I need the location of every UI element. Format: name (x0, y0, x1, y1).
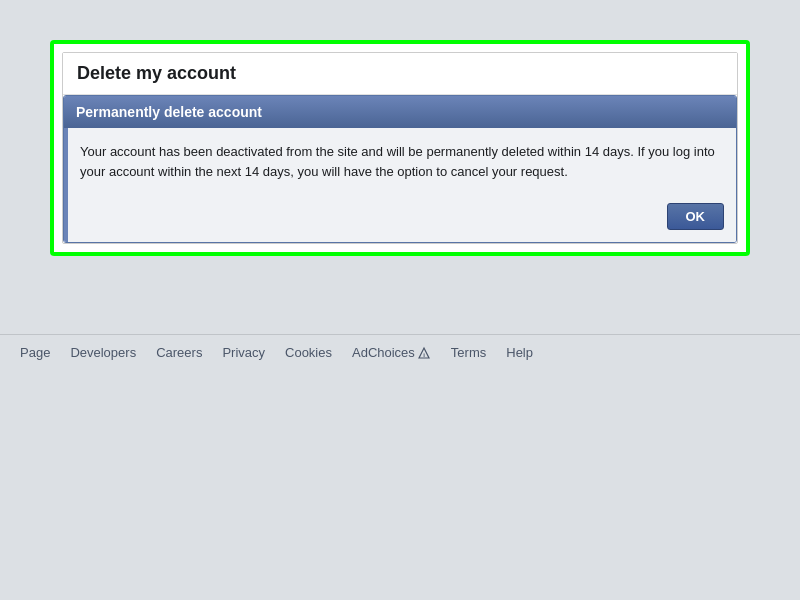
dialog-header: Permanently delete account (64, 96, 736, 128)
inner-dialog: Permanently delete account Your account … (63, 95, 737, 243)
delete-account-panel: Delete my account Permanently delete acc… (62, 52, 738, 244)
footer-link-adchoices[interactable]: AdChoices i (352, 345, 431, 360)
panel-title-bar: Delete my account (63, 53, 737, 95)
footer-nav: Page Developers Careers Privacy Cookies … (0, 334, 800, 370)
footer-link-privacy[interactable]: Privacy (222, 345, 265, 360)
adchoices-icon-svg: i (417, 346, 431, 360)
ok-button[interactable]: OK (667, 203, 725, 230)
footer-link-careers[interactable]: Careers (156, 345, 202, 360)
dialog-footer: OK (80, 197, 724, 230)
dialog-message: Your account has been deactivated from t… (80, 142, 724, 181)
footer-link-terms[interactable]: Terms (451, 345, 486, 360)
dialog-header-title: Permanently delete account (76, 104, 262, 120)
panel-title: Delete my account (77, 63, 236, 83)
page-background: Delete my account Permanently delete acc… (0, 0, 800, 600)
dialog-body: Your account has been deactivated from t… (64, 128, 736, 242)
green-highlight-box: Delete my account Permanently delete acc… (50, 40, 750, 256)
footer-link-help[interactable]: Help (506, 345, 533, 360)
footer-link-page[interactable]: Page (20, 345, 50, 360)
footer-link-cookies[interactable]: Cookies (285, 345, 332, 360)
dialog-wrapper: Delete my account Permanently delete acc… (50, 40, 750, 256)
footer-link-developers[interactable]: Developers (70, 345, 136, 360)
svg-text:i: i (423, 351, 425, 357)
